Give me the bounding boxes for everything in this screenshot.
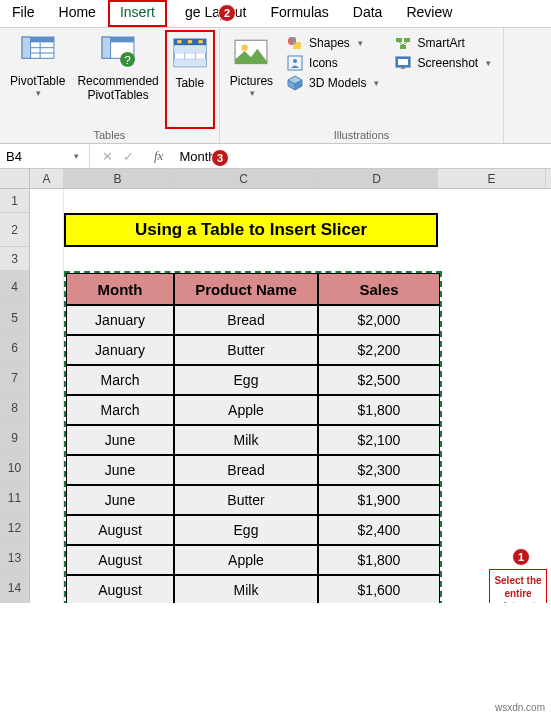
pivottable-icon xyxy=(21,36,55,70)
name-box[interactable]: B4▾ xyxy=(0,144,90,168)
pictures-icon xyxy=(234,36,268,70)
table-cell: $1,600 xyxy=(318,575,440,603)
formula-value[interactable]: Month xyxy=(171,149,215,164)
icons-button[interactable]: Icons xyxy=(285,54,381,72)
table-cell: $1,800 xyxy=(318,545,440,575)
table-cell: August xyxy=(66,515,174,545)
shapes-icon xyxy=(287,35,303,51)
table-cell: $1,800 xyxy=(318,395,440,425)
table-cell: Milk xyxy=(174,425,318,455)
3dmodels-button[interactable]: 3D Models▾ xyxy=(285,74,381,92)
group-illustrations: Pictures▾ Shapes▾ Icons 3D Models▾ Smart… xyxy=(220,28,504,143)
svg-rect-15 xyxy=(198,40,202,43)
row-8[interactable]: 8 xyxy=(0,393,30,423)
row-4[interactable]: 4 xyxy=(0,271,30,303)
svg-rect-14 xyxy=(188,40,192,43)
fx-icon[interactable]: fx xyxy=(146,148,171,164)
table-cell: Butter xyxy=(174,335,318,365)
title-banner: Using a Table to Insert Slicer xyxy=(64,213,438,247)
table-cell: Bread xyxy=(174,455,318,485)
row-1[interactable]: 1 xyxy=(0,189,30,213)
header-product: Product Name xyxy=(174,273,318,305)
table-cell: $2,100 xyxy=(318,425,440,455)
col-E[interactable]: E xyxy=(438,169,546,188)
step-badge-3: 3 xyxy=(211,149,229,167)
row-9[interactable]: 9 xyxy=(0,423,30,453)
row-6[interactable]: 6 xyxy=(0,333,30,363)
svg-text:?: ? xyxy=(124,53,131,66)
chevron-down-icon[interactable]: ▾ xyxy=(74,151,83,161)
column-headers: A B C D E xyxy=(0,169,551,189)
svg-rect-21 xyxy=(174,59,206,66)
svg-rect-34 xyxy=(401,67,405,69)
pivottable-button[interactable]: PivotTable▾ xyxy=(4,30,71,129)
recommended-pivottables-button[interactable]: ? Recommended PivotTables xyxy=(71,30,164,129)
tab-formulas[interactable]: Formulas xyxy=(258,0,340,27)
shapes-button[interactable]: Shapes▾ xyxy=(285,34,381,52)
table-cell: August xyxy=(66,575,174,603)
svg-rect-26 xyxy=(289,37,296,44)
row-14[interactable]: 14 xyxy=(0,573,30,603)
cancel-icon[interactable]: ✕ xyxy=(102,149,113,164)
tab-insert[interactable]: Insert xyxy=(108,0,167,27)
tab-home[interactable]: Home xyxy=(47,0,108,27)
table-cell: $2,200 xyxy=(318,335,440,365)
table-cell: January xyxy=(66,335,174,365)
svg-rect-2 xyxy=(22,37,31,58)
row-12[interactable]: 12 xyxy=(0,513,30,543)
table-cell: Milk xyxy=(174,575,318,603)
col-B[interactable]: B xyxy=(64,169,172,188)
table-cell: Egg xyxy=(174,515,318,545)
table-cell: Bread xyxy=(174,305,318,335)
table-cell: June xyxy=(66,455,174,485)
chevron-down-icon: ▾ xyxy=(250,88,255,98)
svg-rect-31 xyxy=(400,45,406,49)
tab-review[interactable]: Review xyxy=(394,0,464,27)
table-cell: Apple xyxy=(174,545,318,575)
row-3[interactable]: 3 xyxy=(0,247,30,271)
row-13[interactable]: 13 xyxy=(0,543,30,573)
table-cell: Butter xyxy=(174,485,318,515)
row-headers: 1 2 3 4 5 6 7 8 9 10 11 12 13 14 xyxy=(0,189,30,603)
table-cell: $2,300 xyxy=(318,455,440,485)
svg-rect-29 xyxy=(396,38,402,42)
row-5[interactable]: 5 xyxy=(0,303,30,333)
table-cell: August xyxy=(66,545,174,575)
table-cell: March xyxy=(66,395,174,425)
table-cell: June xyxy=(66,425,174,455)
row-11[interactable]: 11 xyxy=(0,483,30,513)
smartart-button[interactable]: SmartArt xyxy=(393,34,493,52)
row-7[interactable]: 7 xyxy=(0,363,30,393)
pictures-button[interactable]: Pictures▾ xyxy=(224,30,279,129)
formula-bar: B4▾ ✕ ✓ fx Month xyxy=(0,144,551,169)
ribbon: 3 PivotTable▾ ? Recommended PivotTables … xyxy=(0,28,551,144)
col-D[interactable]: D xyxy=(316,169,438,188)
step-badge-2: 2 xyxy=(218,4,236,22)
chevron-down-icon: ▾ xyxy=(36,88,41,98)
table-button[interactable]: Table xyxy=(165,30,215,129)
row-2[interactable]: 2 xyxy=(0,213,30,247)
row-10[interactable]: 10 xyxy=(0,453,30,483)
annotation-box: Select the entire dataset xyxy=(489,569,547,603)
table-cell: $2,000 xyxy=(318,305,440,335)
data-table: Month Product Name Sales JanuaryBread$2,… xyxy=(64,271,442,603)
tab-data[interactable]: Data xyxy=(341,0,395,27)
tab-file[interactable]: File xyxy=(0,0,47,27)
table-cell: March xyxy=(66,365,174,395)
cells-area[interactable]: Using a Table to Insert Slicer Month Pro… xyxy=(30,189,551,603)
tab-pagelayout[interactable]: ge Layout xyxy=(167,0,259,27)
table-cell: $2,500 xyxy=(318,365,440,395)
screenshot-icon xyxy=(395,55,411,71)
table-icon xyxy=(173,38,207,72)
svg-point-23 xyxy=(242,45,248,51)
col-C[interactable]: C xyxy=(172,169,316,188)
col-A[interactable]: A xyxy=(30,169,64,188)
select-all-corner[interactable] xyxy=(0,169,30,188)
table-cell: June xyxy=(66,485,174,515)
screenshot-button[interactable]: Screenshot▾ xyxy=(393,54,493,72)
worksheet-grid: A B C D E 1 2 3 4 5 6 7 8 9 10 11 12 13 … xyxy=(0,169,551,603)
table-cell: $2,400 xyxy=(318,515,440,545)
group-tables: PivotTable▾ ? Recommended PivotTables Ta… xyxy=(0,28,220,143)
enter-icon[interactable]: ✓ xyxy=(123,149,134,164)
table-cell: $1,900 xyxy=(318,485,440,515)
